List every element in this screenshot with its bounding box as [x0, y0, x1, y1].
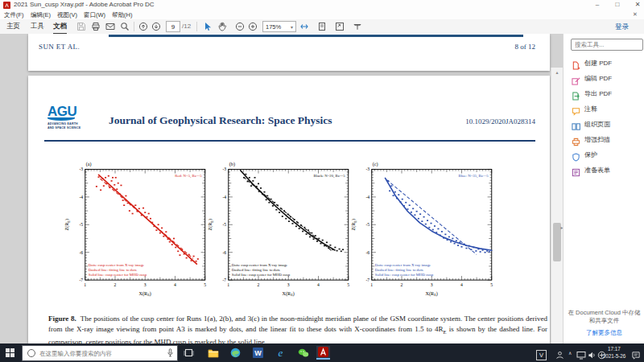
page-total-label: /12 — [182, 23, 191, 30]
network-icon[interactable] — [576, 348, 586, 362]
menu-edit[interactable]: 编辑(E) — [31, 11, 51, 19]
menu-file[interactable]: 文件(F) — [4, 11, 24, 19]
tab-tools[interactable]: 工具 — [31, 22, 44, 31]
sidebar-item-create-pdf[interactable]: 创建 PDF — [572, 56, 642, 69]
sidebar-item-enhance-scans[interactable]: 增强扫描 — [572, 133, 642, 146]
fullscreen-icon[interactable] — [335, 22, 345, 31]
shield-icon — [572, 150, 580, 159]
svg-text:1: 1 — [227, 282, 229, 287]
menu-view[interactable]: 视图(V) — [57, 11, 77, 19]
word-letter: W — [253, 348, 263, 358]
task-view-icon[interactable] — [182, 346, 196, 360]
sidebar-item-label: 编辑 PDF — [584, 74, 612, 83]
reading-mode-icon[interactable] — [353, 22, 362, 31]
zoom-level-value: 175% — [266, 23, 281, 31]
hand-tool-icon[interactable] — [217, 22, 227, 31]
action-center-icon[interactable] — [631, 348, 641, 362]
single-page-view-icon[interactable] — [317, 22, 327, 31]
next-page-icon[interactable] — [151, 22, 161, 31]
minimize-button[interactable]: – — [588, 0, 606, 10]
svg-text:Blue: N=35, Bz=-5: Blue: N=35, Bz=-5 — [459, 174, 489, 179]
sidebar-item-export-pdf[interactable]: 导出 PDF — [572, 87, 642, 100]
microphone-icon[interactable] — [167, 346, 173, 360]
scrolling-mode-icon[interactable] — [299, 22, 309, 31]
document-close-icon[interactable]: ✕ — [633, 11, 638, 18]
page-number-input[interactable] — [166, 21, 180, 32]
figure-panel-a: 12345-3-4-5-6-7(a)Red: N=5, Bz=-5Dots: c… — [63, 156, 212, 306]
sidebar-item-protect[interactable]: 保护 — [572, 148, 642, 161]
svg-text:3: 3 — [287, 282, 290, 287]
svg-text:Black: N=20, Bz=-5: Black: N=20, Bz=-5 — [313, 174, 345, 179]
svg-text:-4: -4 — [79, 195, 83, 200]
internet-explorer-icon[interactable]: e — [274, 346, 287, 360]
sidebar-item-prepare-form[interactable]: 准备表单 — [572, 163, 642, 176]
svg-text:4: 4 — [174, 282, 176, 287]
sidebar-item-comment[interactable]: 注释 — [572, 102, 642, 115]
word-icon[interactable]: W — [251, 346, 265, 360]
tab-home[interactable]: 主页 — [6, 22, 20, 31]
agu-logo: AGU ADVANCING EARTH AND SPACE SCIENCE — [47, 105, 89, 137]
sidebar-item-label: 组织页面 — [584, 120, 610, 129]
taskbar: W e V ∧ 17:17 2021-5-26 — [0, 343, 644, 362]
tools-search-input[interactable] — [571, 39, 643, 51]
print-icon[interactable] — [91, 22, 101, 31]
tab-document[interactable]: 文档 — [53, 22, 67, 35]
sidebar-item-organize-pages[interactable]: 组织页面 — [572, 117, 642, 130]
figure-panel-c: 12345-3-4-5-6-7(c)Blue: N=35, Bz=-5Dots:… — [349, 156, 498, 306]
scroll-up-icon[interactable]: ▲ — [551, 68, 563, 77]
taskbar-clock[interactable]: 17:17 2021-5-26 — [601, 346, 628, 360]
people-icon[interactable] — [555, 348, 564, 362]
svg-text:1: 1 — [370, 282, 373, 287]
search-icon[interactable] — [120, 22, 130, 31]
wechat-icon[interactable] — [296, 346, 310, 360]
email-icon[interactable] — [105, 22, 115, 31]
prepare-form-icon — [572, 166, 580, 175]
agu-logo-text: AGU — [47, 105, 89, 118]
svg-text:X(RE): X(RE) — [283, 291, 295, 297]
zoom-out-icon[interactable] — [235, 22, 245, 31]
sidebar-item-edit-pdf[interactable]: 编辑 PDF — [572, 72, 642, 84]
create-pdf-icon — [572, 59, 580, 68]
zoom-level-dropdown[interactable]: 175% ▾ — [262, 21, 296, 32]
sign-in-button[interactable]: 登录 — [615, 23, 629, 32]
taskbar-search[interactable] — [22, 345, 178, 361]
svg-text:Z(RE): Z(RE) — [208, 219, 213, 231]
pdf-page-8: SUN ET AL. 8 of 12 — [28, 34, 550, 71]
select-tool-icon[interactable] — [203, 22, 213, 31]
menu-help[interactable]: 帮助(H) — [112, 11, 132, 19]
title-bar: 2021 Sun_cusp Xray.pdf - Adobe Acrobat P… — [0, 0, 644, 11]
svg-text:-3: -3 — [365, 167, 369, 171]
acrobat-taskbar-icon[interactable] — [316, 346, 330, 360]
vertical-scrollbar[interactable]: ▲ ▼ — [551, 68, 563, 343]
svg-text:4: 4 — [460, 282, 463, 287]
tray-app-icon[interactable]: V — [535, 348, 548, 362]
svg-text:Solid line: cusp center for MH: Solid line: cusp center for MHD cusp — [375, 273, 434, 277]
maximize-button[interactable]: □ — [609, 0, 626, 10]
svg-text:3: 3 — [431, 282, 433, 287]
figure-caption: Figure 8. The positions of the cusp cent… — [48, 314, 547, 343]
ie-letter: e — [279, 348, 283, 358]
page8-figure-rule — [109, 35, 523, 37]
close-button[interactable]: ✕ — [629, 0, 644, 10]
document-pane: SUN ET AL. 8 of 12 AGU ADVANCING EARTH A… — [0, 34, 644, 343]
chart-svg: 12345-3-4-5-6-7(b)Black: N=20, Bz=-5Dots… — [206, 156, 355, 306]
previous-page-icon[interactable] — [138, 22, 148, 31]
svg-text:-3: -3 — [222, 167, 226, 171]
edge-browser-icon[interactable] — [229, 346, 242, 360]
tray-date: 2021-5-26 — [601, 353, 628, 360]
zoom-in-icon[interactable] — [248, 22, 258, 31]
start-button[interactable] — [6, 348, 14, 357]
svg-text:-4: -4 — [365, 195, 369, 200]
acrobat-app-icon — [3, 2, 10, 9]
save-icon[interactable] — [76, 22, 86, 31]
file-explorer-icon[interactable] — [206, 346, 220, 360]
svg-text:Dashed line: fitting line to: Dashed line: fitting line to dots — [232, 268, 280, 272]
svg-text:-6: -6 — [365, 250, 369, 255]
journal-title: Journal of Geophysical Research: Space P… — [109, 114, 332, 127]
speaker-icon[interactable] — [588, 348, 597, 362]
show-hidden-icons[interactable]: ∧ — [568, 350, 572, 356]
learn-more-link[interactable]: 了解更多信息 — [567, 329, 642, 337]
menu-window[interactable]: 窗口(W) — [84, 11, 105, 19]
svg-text:2: 2 — [114, 282, 117, 287]
taskbar-search-input[interactable] — [39, 350, 163, 357]
